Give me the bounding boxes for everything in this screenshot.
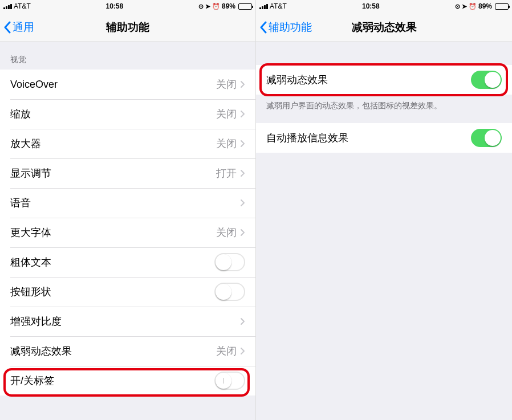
- cell-label: VoiceOver: [10, 79, 216, 91]
- status-bar: AT&T 10:58 ⊙ ➤ ⏰ 89%: [256, 0, 512, 13]
- cell-value: 关闭: [216, 226, 237, 239]
- battery-percent: 89%: [478, 2, 492, 10]
- battery-icon: [495, 3, 509, 10]
- alarm-icon: ⏰: [212, 3, 220, 10]
- back-label: 辅助功能: [269, 20, 312, 35]
- cell-magnifier[interactable]: 放大器 关闭: [0, 129, 255, 158]
- cell-increase-contrast[interactable]: 增强对比度: [0, 307, 255, 336]
- cell-value: 关闭: [216, 344, 237, 358]
- cell-value: 关闭: [216, 137, 237, 150]
- back-button[interactable]: 辅助功能: [259, 20, 312, 35]
- back-label: 通用: [13, 20, 34, 35]
- cell-display-accommodations[interactable]: 显示调节 打开: [0, 158, 255, 188]
- nav-bar: 通用 辅助功能: [0, 13, 255, 42]
- bold-text-switch[interactable]: [214, 253, 245, 271]
- page-title: 辅助功能: [0, 20, 255, 35]
- right-phone-reduce-motion: AT&T 10:58 ⊙ ➤ ⏰ 89% 辅助功能 减弱动态效果 减弱动态效果 …: [256, 0, 512, 420]
- cell-zoom[interactable]: 缩放 关闭: [0, 99, 255, 129]
- back-button[interactable]: 通用: [3, 20, 34, 35]
- auto-play-switch[interactable]: [471, 129, 502, 147]
- cell-value: 打开: [216, 166, 237, 180]
- battery-icon: [238, 3, 252, 10]
- chevron-right-icon: [240, 80, 245, 88]
- cell-label: 缩放: [10, 107, 216, 121]
- cell-speech[interactable]: 语音: [0, 188, 255, 218]
- nav-bar: 辅助功能 减弱动态效果: [256, 13, 512, 42]
- button-shapes-switch[interactable]: [214, 283, 245, 301]
- cell-reduce-motion[interactable]: 减弱动态效果 关闭: [0, 336, 255, 366]
- cell-value: 关闭: [216, 107, 237, 121]
- chevron-right-icon: [240, 110, 245, 118]
- signal-icon: [259, 3, 268, 9]
- settings-list[interactable]: 视觉 VoiceOver 关闭 缩放 关闭 放大器 关闭 显示调节 打开: [0, 42, 255, 420]
- cell-label: 增强对比度: [10, 315, 240, 328]
- cell-label: 放大器: [10, 137, 216, 150]
- cell-label: 开/关标签: [10, 374, 214, 388]
- chevron-right-icon: [240, 199, 245, 207]
- on-off-labels-switch[interactable]: [214, 372, 245, 390]
- cell-label: 减弱动态效果: [10, 344, 216, 358]
- cell-on-off-labels[interactable]: 开/关标签: [0, 366, 255, 395]
- reduce-motion-description: 减弱用户界面的动态效果，包括图标的视差效果。: [256, 95, 512, 123]
- settings-list[interactable]: 减弱动态效果 减弱用户界面的动态效果，包括图标的视差效果。 自动播放信息效果: [256, 42, 512, 420]
- orientation-lock-icon: ⊙: [455, 3, 460, 10]
- location-icon: ➤: [462, 3, 467, 10]
- reduce-motion-switch[interactable]: [471, 71, 502, 89]
- location-icon: ➤: [205, 3, 210, 10]
- chevron-right-icon: [240, 317, 245, 325]
- chevron-left-icon: [3, 21, 11, 34]
- status-time: 10:58: [362, 2, 380, 10]
- cell-voiceover[interactable]: VoiceOver 关闭: [0, 70, 255, 99]
- cell-label: 按钮形状: [10, 285, 214, 299]
- status-bar: AT&T 10:58 ⊙ ➤ ⏰ 89%: [0, 0, 255, 13]
- cell-label: 粗体文本: [10, 255, 214, 269]
- carrier-label: AT&T: [14, 2, 31, 10]
- chevron-right-icon: [240, 347, 245, 355]
- cell-auto-play-message-effects[interactable]: 自动播放信息效果: [256, 123, 512, 153]
- alarm-icon: ⏰: [469, 3, 477, 10]
- battery-percent: 89%: [222, 2, 235, 10]
- cell-label: 减弱动态效果: [266, 73, 471, 87]
- cell-larger-text[interactable]: 更大字体 关闭: [0, 218, 255, 247]
- cell-label: 自动播放信息效果: [266, 131, 471, 145]
- chevron-right-icon: [240, 229, 245, 236]
- cell-label: 更大字体: [10, 226, 216, 239]
- cell-bold-text[interactable]: 粗体文本: [0, 247, 255, 277]
- left-phone-accessibility: AT&T 10:58 ⊙ ➤ ⏰ 89% 通用 辅助功能 视觉 VoiceOve…: [0, 0, 256, 420]
- chevron-right-icon: [240, 140, 245, 148]
- cell-value: 关闭: [216, 78, 237, 91]
- cell-label: 显示调节: [10, 166, 216, 180]
- section-header-vision: 视觉: [0, 42, 255, 70]
- signal-icon: [3, 3, 12, 9]
- status-time: 10:58: [106, 2, 124, 10]
- cell-label: 语音: [10, 196, 240, 210]
- chevron-right-icon: [240, 169, 245, 177]
- chevron-left-icon: [259, 21, 267, 34]
- cell-button-shapes[interactable]: 按钮形状: [0, 277, 255, 307]
- carrier-label: AT&T: [270, 2, 287, 10]
- orientation-lock-icon: ⊙: [198, 3, 204, 10]
- cell-reduce-motion-toggle[interactable]: 减弱动态效果: [256, 65, 512, 95]
